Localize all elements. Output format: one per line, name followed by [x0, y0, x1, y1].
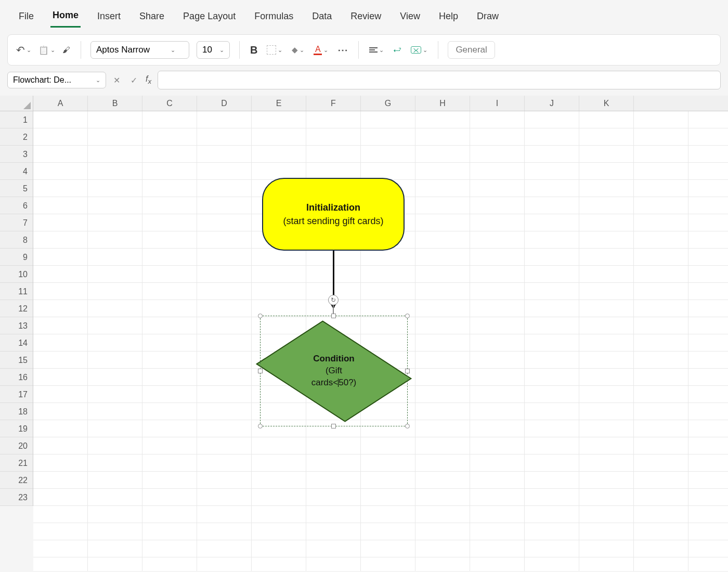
- wrap-icon: [393, 45, 401, 55]
- row-header[interactable]: 18: [0, 403, 33, 420]
- col-header[interactable]: B: [88, 96, 142, 111]
- borders-button[interactable]: ⌄: [266, 43, 283, 57]
- col-header[interactable]: H: [415, 96, 470, 111]
- row-header[interactable]: 5: [0, 180, 33, 197]
- merge-icon: [411, 46, 421, 54]
- merge-button[interactable]: ⌄: [410, 44, 428, 56]
- row-header[interactable]: 7: [0, 214, 33, 231]
- resize-handle[interactable]: [405, 314, 410, 318]
- more-font-button[interactable]: [336, 42, 349, 58]
- undo-icon: [16, 44, 25, 56]
- formula-bar-row: Flowchart: De... ⌄ ✕ ✓ fx: [7, 70, 721, 90]
- row-header[interactable]: 3: [0, 146, 33, 163]
- row-header[interactable]: 11: [0, 283, 33, 300]
- cancel-formula-button[interactable]: ✕: [111, 75, 122, 85]
- row-header[interactable]: 20: [0, 437, 33, 454]
- select-all-corner[interactable]: [0, 96, 33, 111]
- tab-view[interactable]: View: [398, 8, 422, 27]
- resize-handle[interactable]: [258, 369, 263, 373]
- fill-color-button[interactable]: ⌄: [291, 43, 305, 57]
- flowchart-terminator-shape[interactable]: Initialization (start sending gift cards…: [262, 178, 405, 251]
- row-header[interactable]: 9: [0, 249, 33, 266]
- resize-handle[interactable]: [331, 314, 336, 318]
- row-header[interactable]: 1: [0, 111, 33, 128]
- row-headers: 1 2 3 4 5 6 7 8 9 10 11 12 13 14 15 16 1…: [0, 111, 33, 506]
- ellipsis-icon: [337, 44, 348, 56]
- font-color-icon: A: [314, 45, 322, 55]
- col-header[interactable]: E: [252, 96, 306, 111]
- divider: [239, 41, 240, 59]
- row-header[interactable]: 10: [0, 266, 33, 283]
- row-header[interactable]: 6: [0, 197, 33, 214]
- chevron-down-icon: ⌄: [96, 77, 100, 84]
- format-painter-button[interactable]: [61, 43, 71, 57]
- border-icon: [267, 45, 276, 55]
- row-header[interactable]: 8: [0, 231, 33, 249]
- accept-formula-button[interactable]: ✓: [128, 75, 139, 85]
- row-header[interactable]: 4: [0, 163, 33, 180]
- row-header[interactable]: 17: [0, 386, 33, 403]
- shape-title: Initialization: [306, 201, 360, 214]
- align-icon: [369, 47, 378, 53]
- resize-handle[interactable]: [405, 424, 410, 428]
- shape-selection: [260, 316, 408, 426]
- font-name-select[interactable]: Aptos Narrow ⌄: [90, 41, 189, 59]
- row-header[interactable]: 16: [0, 369, 33, 386]
- align-button[interactable]: ⌄: [368, 45, 385, 56]
- wrap-text-button[interactable]: [392, 43, 402, 57]
- col-header[interactable]: F: [306, 96, 361, 111]
- resize-handle[interactable]: [331, 424, 336, 428]
- chevron-down-icon: ⌄: [219, 47, 224, 54]
- undo-button[interactable]: ⌄: [15, 42, 32, 58]
- divider: [358, 41, 359, 59]
- col-header[interactable]: D: [197, 96, 252, 111]
- font-color-button[interactable]: A⌄: [313, 43, 329, 57]
- row-header[interactable]: 13: [0, 317, 33, 334]
- tab-data[interactable]: Data: [310, 8, 334, 27]
- cells-area[interactable]: Initialization (start sending gift cards…: [33, 111, 728, 571]
- font-size-value: 10: [202, 45, 212, 55]
- row-header[interactable]: 19: [0, 420, 33, 437]
- tab-review[interactable]: Review: [348, 8, 383, 27]
- col-header[interactable]: C: [142, 96, 197, 111]
- row-header[interactable]: 15: [0, 352, 33, 369]
- col-header[interactable]: I: [470, 96, 525, 111]
- resize-handle[interactable]: [258, 314, 263, 318]
- font-name-value: Aptos Narrow: [96, 45, 150, 55]
- tab-page-layout[interactable]: Page Layout: [181, 8, 238, 27]
- row-header[interactable]: 2: [0, 128, 33, 146]
- col-header[interactable]: J: [525, 96, 579, 111]
- spreadsheet-grid: A B C D E F G H I J K 1 2 3 4 5 6 7 8 9 …: [0, 96, 728, 571]
- name-box[interactable]: Flowchart: De... ⌄: [7, 72, 106, 88]
- row-header[interactable]: 21: [0, 454, 33, 472]
- number-format-select[interactable]: General: [448, 41, 495, 59]
- tab-insert[interactable]: Insert: [95, 8, 123, 27]
- column-headers: A B C D E F G H I J K: [33, 96, 728, 111]
- row-header[interactable]: 12: [0, 300, 33, 317]
- tab-home[interactable]: Home: [50, 7, 81, 28]
- tab-help[interactable]: Help: [437, 8, 460, 27]
- fill-bucket-icon: [292, 45, 298, 55]
- toolbar: ⌄ ⌄ Aptos Narrow ⌄ 10 ⌄ B ⌄ ⌄ A⌄ ⌄ ⌄ Gen…: [7, 34, 721, 66]
- col-header[interactable]: A: [33, 96, 88, 111]
- formula-input[interactable]: [158, 71, 721, 89]
- rotate-handle[interactable]: ↻: [328, 295, 339, 305]
- tab-formulas[interactable]: Formulas: [252, 8, 295, 27]
- resize-handle[interactable]: [258, 424, 263, 428]
- row-header[interactable]: 23: [0, 489, 33, 506]
- ribbon-tabs: File Home Insert Share Page Layout Formu…: [0, 0, 728, 29]
- resize-handle[interactable]: [405, 369, 410, 373]
- tab-share[interactable]: Share: [137, 8, 166, 27]
- tab-draw[interactable]: Draw: [475, 8, 501, 27]
- row-header[interactable]: 14: [0, 334, 33, 352]
- divider: [438, 41, 438, 59]
- paintbrush-icon: [62, 45, 70, 55]
- font-size-select[interactable]: 10 ⌄: [197, 41, 230, 59]
- bold-button[interactable]: B: [249, 42, 258, 58]
- tab-file[interactable]: File: [17, 8, 36, 27]
- col-header[interactable]: G: [361, 96, 415, 111]
- chevron-down-icon: ⌄: [171, 47, 175, 54]
- col-header[interactable]: K: [579, 96, 634, 111]
- clipboard-button[interactable]: ⌄: [37, 43, 56, 57]
- row-header[interactable]: 22: [0, 472, 33, 489]
